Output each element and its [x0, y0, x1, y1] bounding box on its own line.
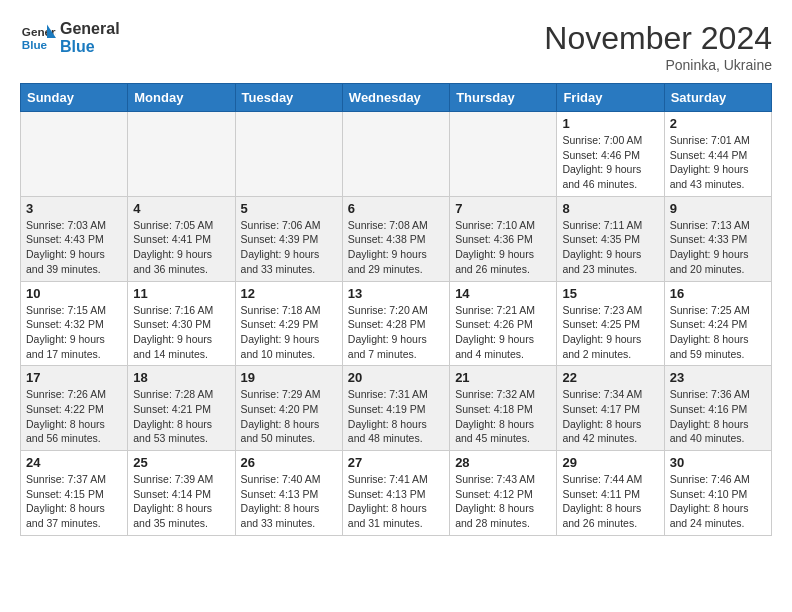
day-number: 25 — [133, 455, 229, 470]
day-number: 24 — [26, 455, 122, 470]
location: Poninka, Ukraine — [544, 57, 772, 73]
logo: General Blue General Blue — [20, 20, 120, 56]
day-number: 6 — [348, 201, 444, 216]
day-info: Sunrise: 7:18 AM Sunset: 4:29 PM Dayligh… — [241, 303, 337, 362]
svg-text:Blue: Blue — [22, 38, 48, 51]
calendar-cell: 22Sunrise: 7:34 AM Sunset: 4:17 PM Dayli… — [557, 366, 664, 451]
day-info: Sunrise: 7:43 AM Sunset: 4:12 PM Dayligh… — [455, 472, 551, 531]
day-number: 18 — [133, 370, 229, 385]
day-info: Sunrise: 7:03 AM Sunset: 4:43 PM Dayligh… — [26, 218, 122, 277]
month-title: November 2024 — [544, 20, 772, 57]
day-info: Sunrise: 7:05 AM Sunset: 4:41 PM Dayligh… — [133, 218, 229, 277]
calendar-cell: 19Sunrise: 7:29 AM Sunset: 4:20 PM Dayli… — [235, 366, 342, 451]
calendar-cell: 13Sunrise: 7:20 AM Sunset: 4:28 PM Dayli… — [342, 281, 449, 366]
day-info: Sunrise: 7:28 AM Sunset: 4:21 PM Dayligh… — [133, 387, 229, 446]
calendar-cell: 17Sunrise: 7:26 AM Sunset: 4:22 PM Dayli… — [21, 366, 128, 451]
page-header: General Blue General Blue November 2024 … — [20, 20, 772, 73]
day-number: 9 — [670, 201, 766, 216]
weekday-header-tuesday: Tuesday — [235, 84, 342, 112]
calendar-cell — [450, 112, 557, 197]
day-info: Sunrise: 7:25 AM Sunset: 4:24 PM Dayligh… — [670, 303, 766, 362]
calendar-cell — [21, 112, 128, 197]
day-number: 29 — [562, 455, 658, 470]
calendar-cell: 27Sunrise: 7:41 AM Sunset: 4:13 PM Dayli… — [342, 451, 449, 536]
day-info: Sunrise: 7:16 AM Sunset: 4:30 PM Dayligh… — [133, 303, 229, 362]
day-info: Sunrise: 7:11 AM Sunset: 4:35 PM Dayligh… — [562, 218, 658, 277]
day-info: Sunrise: 7:37 AM Sunset: 4:15 PM Dayligh… — [26, 472, 122, 531]
day-info: Sunrise: 7:34 AM Sunset: 4:17 PM Dayligh… — [562, 387, 658, 446]
calendar-cell: 24Sunrise: 7:37 AM Sunset: 4:15 PM Dayli… — [21, 451, 128, 536]
day-info: Sunrise: 7:29 AM Sunset: 4:20 PM Dayligh… — [241, 387, 337, 446]
day-number: 8 — [562, 201, 658, 216]
day-number: 10 — [26, 286, 122, 301]
day-number: 17 — [26, 370, 122, 385]
day-info: Sunrise: 7:00 AM Sunset: 4:46 PM Dayligh… — [562, 133, 658, 192]
week-row-2: 3Sunrise: 7:03 AM Sunset: 4:43 PM Daylig… — [21, 196, 772, 281]
calendar-cell: 6Sunrise: 7:08 AM Sunset: 4:38 PM Daylig… — [342, 196, 449, 281]
calendar-cell: 29Sunrise: 7:44 AM Sunset: 4:11 PM Dayli… — [557, 451, 664, 536]
calendar-cell: 15Sunrise: 7:23 AM Sunset: 4:25 PM Dayli… — [557, 281, 664, 366]
calendar-cell: 30Sunrise: 7:46 AM Sunset: 4:10 PM Dayli… — [664, 451, 771, 536]
day-info: Sunrise: 7:26 AM Sunset: 4:22 PM Dayligh… — [26, 387, 122, 446]
day-number: 16 — [670, 286, 766, 301]
weekday-header-row: SundayMondayTuesdayWednesdayThursdayFrid… — [21, 84, 772, 112]
day-info: Sunrise: 7:01 AM Sunset: 4:44 PM Dayligh… — [670, 133, 766, 192]
day-info: Sunrise: 7:23 AM Sunset: 4:25 PM Dayligh… — [562, 303, 658, 362]
calendar-cell: 26Sunrise: 7:40 AM Sunset: 4:13 PM Dayli… — [235, 451, 342, 536]
day-number: 3 — [26, 201, 122, 216]
calendar-cell: 16Sunrise: 7:25 AM Sunset: 4:24 PM Dayli… — [664, 281, 771, 366]
calendar-cell: 7Sunrise: 7:10 AM Sunset: 4:36 PM Daylig… — [450, 196, 557, 281]
weekday-header-thursday: Thursday — [450, 84, 557, 112]
day-info: Sunrise: 7:44 AM Sunset: 4:11 PM Dayligh… — [562, 472, 658, 531]
day-info: Sunrise: 7:31 AM Sunset: 4:19 PM Dayligh… — [348, 387, 444, 446]
day-number: 4 — [133, 201, 229, 216]
calendar-cell: 12Sunrise: 7:18 AM Sunset: 4:29 PM Dayli… — [235, 281, 342, 366]
day-number: 12 — [241, 286, 337, 301]
calendar-cell — [342, 112, 449, 197]
week-row-1: 1Sunrise: 7:00 AM Sunset: 4:46 PM Daylig… — [21, 112, 772, 197]
day-info: Sunrise: 7:40 AM Sunset: 4:13 PM Dayligh… — [241, 472, 337, 531]
day-number: 28 — [455, 455, 551, 470]
day-number: 20 — [348, 370, 444, 385]
day-info: Sunrise: 7:41 AM Sunset: 4:13 PM Dayligh… — [348, 472, 444, 531]
logo-text-blue: Blue — [60, 38, 120, 56]
calendar-cell: 10Sunrise: 7:15 AM Sunset: 4:32 PM Dayli… — [21, 281, 128, 366]
calendar-cell: 25Sunrise: 7:39 AM Sunset: 4:14 PM Dayli… — [128, 451, 235, 536]
calendar-table: SundayMondayTuesdayWednesdayThursdayFrid… — [20, 83, 772, 536]
day-number: 21 — [455, 370, 551, 385]
day-info: Sunrise: 7:20 AM Sunset: 4:28 PM Dayligh… — [348, 303, 444, 362]
day-number: 5 — [241, 201, 337, 216]
weekday-header-saturday: Saturday — [664, 84, 771, 112]
day-number: 27 — [348, 455, 444, 470]
day-number: 30 — [670, 455, 766, 470]
calendar-cell: 20Sunrise: 7:31 AM Sunset: 4:19 PM Dayli… — [342, 366, 449, 451]
day-number: 2 — [670, 116, 766, 131]
calendar-cell: 18Sunrise: 7:28 AM Sunset: 4:21 PM Dayli… — [128, 366, 235, 451]
calendar-cell: 9Sunrise: 7:13 AM Sunset: 4:33 PM Daylig… — [664, 196, 771, 281]
weekday-header-sunday: Sunday — [21, 84, 128, 112]
day-info: Sunrise: 7:06 AM Sunset: 4:39 PM Dayligh… — [241, 218, 337, 277]
day-number: 1 — [562, 116, 658, 131]
title-block: November 2024 Poninka, Ukraine — [544, 20, 772, 73]
calendar-cell: 2Sunrise: 7:01 AM Sunset: 4:44 PM Daylig… — [664, 112, 771, 197]
day-info: Sunrise: 7:15 AM Sunset: 4:32 PM Dayligh… — [26, 303, 122, 362]
calendar-cell: 28Sunrise: 7:43 AM Sunset: 4:12 PM Dayli… — [450, 451, 557, 536]
calendar-cell: 5Sunrise: 7:06 AM Sunset: 4:39 PM Daylig… — [235, 196, 342, 281]
week-row-5: 24Sunrise: 7:37 AM Sunset: 4:15 PM Dayli… — [21, 451, 772, 536]
logo-icon: General Blue — [20, 20, 56, 56]
calendar-cell: 21Sunrise: 7:32 AM Sunset: 4:18 PM Dayli… — [450, 366, 557, 451]
day-info: Sunrise: 7:32 AM Sunset: 4:18 PM Dayligh… — [455, 387, 551, 446]
calendar-cell: 23Sunrise: 7:36 AM Sunset: 4:16 PM Dayli… — [664, 366, 771, 451]
weekday-header-wednesday: Wednesday — [342, 84, 449, 112]
calendar-cell: 14Sunrise: 7:21 AM Sunset: 4:26 PM Dayli… — [450, 281, 557, 366]
day-number: 19 — [241, 370, 337, 385]
day-info: Sunrise: 7:10 AM Sunset: 4:36 PM Dayligh… — [455, 218, 551, 277]
day-info: Sunrise: 7:13 AM Sunset: 4:33 PM Dayligh… — [670, 218, 766, 277]
calendar-cell: 11Sunrise: 7:16 AM Sunset: 4:30 PM Dayli… — [128, 281, 235, 366]
calendar-cell: 3Sunrise: 7:03 AM Sunset: 4:43 PM Daylig… — [21, 196, 128, 281]
weekday-header-friday: Friday — [557, 84, 664, 112]
day-info: Sunrise: 7:39 AM Sunset: 4:14 PM Dayligh… — [133, 472, 229, 531]
day-info: Sunrise: 7:08 AM Sunset: 4:38 PM Dayligh… — [348, 218, 444, 277]
calendar-cell — [235, 112, 342, 197]
day-number: 26 — [241, 455, 337, 470]
